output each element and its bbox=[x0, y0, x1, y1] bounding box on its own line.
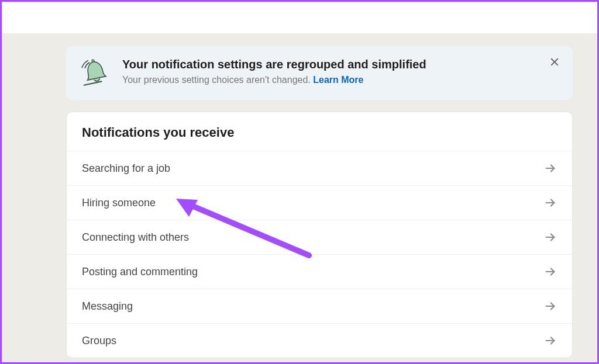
row-label: Messaging bbox=[82, 300, 133, 313]
row-groups[interactable]: Groups bbox=[67, 323, 572, 358]
banner-subtext-line: Your previous setting choices aren't cha… bbox=[122, 75, 560, 85]
info-banner: Your notification settings are regrouped… bbox=[66, 46, 573, 100]
row-searching-for-a-job[interactable]: Searching for a job bbox=[67, 151, 572, 185]
row-label: Posting and commenting bbox=[82, 266, 198, 278]
page-root: Your notification settings are regrouped… bbox=[2, 2, 597, 362]
row-label: Groups bbox=[82, 335, 116, 347]
arrow-right-icon bbox=[544, 265, 557, 278]
row-label: Hiring someone bbox=[82, 197, 156, 209]
svg-line-1 bbox=[84, 81, 102, 85]
banner-subtext: Your previous setting choices aren't cha… bbox=[122, 75, 313, 85]
bell-icon bbox=[79, 57, 111, 88]
arrow-right-icon bbox=[544, 196, 557, 209]
arrow-right-icon bbox=[544, 334, 557, 347]
row-hiring-someone[interactable]: Hiring someone bbox=[67, 185, 572, 220]
section-title: Notifications you receive bbox=[67, 112, 572, 151]
arrow-right-icon bbox=[544, 231, 557, 244]
top-whitespace bbox=[2, 2, 597, 33]
row-label: Searching for a job bbox=[82, 162, 170, 175]
row-label: Connecting with others bbox=[82, 231, 189, 244]
svg-point-0 bbox=[92, 60, 95, 63]
banner-title: Your notification settings are regrouped… bbox=[122, 58, 560, 71]
arrow-right-icon bbox=[544, 162, 557, 175]
learn-more-link[interactable]: Learn More bbox=[313, 75, 363, 85]
notifications-card: Notifications you receive Searching for … bbox=[66, 112, 573, 358]
close-banner-button[interactable] bbox=[547, 54, 562, 70]
close-icon bbox=[549, 57, 560, 67]
content-area: Your notification settings are regrouped… bbox=[2, 33, 597, 362]
banner-text: Your notification settings are regrouped… bbox=[122, 57, 560, 85]
row-posting-and-commenting[interactable]: Posting and commenting bbox=[67, 254, 572, 289]
row-messaging[interactable]: Messaging bbox=[67, 289, 572, 323]
row-connecting-with-others[interactable]: Connecting with others bbox=[67, 220, 572, 254]
arrow-right-icon bbox=[544, 300, 557, 313]
